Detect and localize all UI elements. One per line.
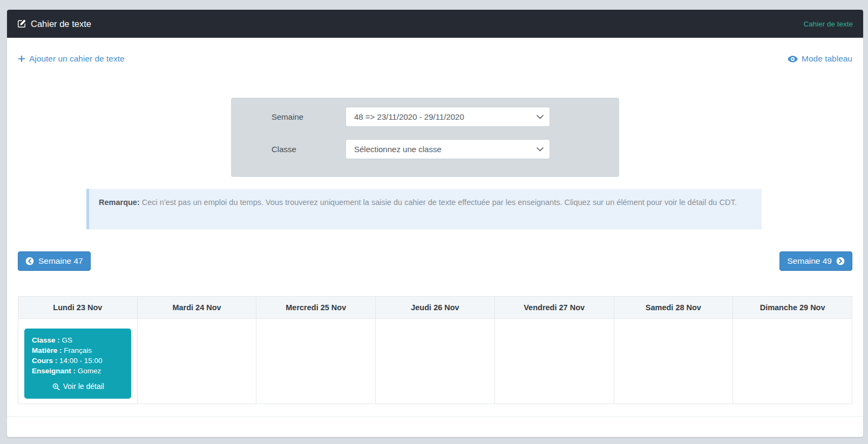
note-text: Ceci n'est pas un emploi du temps. Vous …	[140, 198, 737, 207]
day-cell-mercredi	[256, 319, 376, 404]
panel-header: Cahier de texte Cahier de texte	[7, 10, 863, 38]
view-detail-link[interactable]: Voir le détail	[32, 381, 125, 392]
day-header-row: Lundi 23 Nov Mardi 24 Nov Mercredi 25 No…	[18, 297, 852, 319]
chevron-circle-left-icon	[25, 257, 34, 265]
entry-matiere: Matière : Français	[32, 345, 125, 356]
class-label: Classe	[272, 145, 345, 154]
entry-cours-value: 14:00 - 15:00	[59, 357, 103, 365]
week-pager: Semaine 47 Semaine 49	[18, 251, 852, 271]
entry-cours-label: Cours :	[32, 357, 57, 365]
day-header-vendredi: Vendredi 27 Nov	[494, 297, 614, 319]
next-week-label: Semaine 49	[787, 256, 832, 266]
view-detail-label: Voir le détail	[63, 381, 104, 392]
panel-body: Ajouter un cahier de texte Mode tableau …	[7, 38, 863, 416]
entry-enseignant-label: Enseignant :	[32, 367, 76, 375]
table-mode-link[interactable]: Mode tableau	[788, 54, 852, 64]
cdt-entry-card[interactable]: Classe : GS Matière : Français Cours : 1…	[24, 329, 131, 399]
prev-week-label: Semaine 47	[38, 256, 83, 266]
panel-footer	[7, 416, 863, 437]
page-title: Cahier de texte	[17, 19, 91, 29]
edit-icon	[17, 19, 26, 28]
entry-cours: Cours : 14:00 - 15:00	[32, 356, 125, 366]
cahier-de-texte-panel: Cahier de texte Cahier de texte Ajouter …	[7, 10, 863, 437]
filter-box: Semaine 48 => 23/11/2020 - 29/11/2020 Cl…	[231, 98, 619, 177]
day-cell-dimanche	[733, 319, 852, 404]
calendar-row: Classe : GS Matière : Français Cours : 1…	[18, 319, 852, 404]
week-select[interactable]: 48 => 23/11/2020 - 29/11/2020	[345, 107, 550, 127]
add-cahier-label: Ajouter un cahier de texte	[29, 54, 125, 64]
toolbar: Ajouter un cahier de texte Mode tableau	[18, 53, 852, 65]
day-cell-mardi	[137, 319, 256, 404]
day-header-mercredi: Mercredi 25 Nov	[256, 297, 376, 319]
week-label: Semaine	[272, 112, 345, 121]
day-cell-samedi	[614, 319, 733, 404]
page-title-text: Cahier de texte	[31, 19, 91, 29]
eye-icon	[788, 56, 798, 63]
plus-icon	[18, 55, 25, 63]
entry-enseignant-value: Gomez	[78, 367, 101, 375]
week-calendar-table: Lundi 23 Nov Mardi 24 Nov Mercredi 25 No…	[18, 296, 852, 404]
add-cahier-link[interactable]: Ajouter un cahier de texte	[18, 54, 125, 64]
week-filter-row: Semaine 48 => 23/11/2020 - 29/11/2020	[272, 107, 619, 127]
entry-classe-label: Classe :	[32, 336, 60, 344]
day-header-samedi: Samedi 28 Nov	[614, 297, 733, 319]
entry-classe: Classe : GS	[32, 335, 125, 345]
day-cell-vendredi	[494, 319, 614, 404]
class-select[interactable]: Sélectionnez une classe	[345, 139, 550, 159]
note-label: Remarque:	[99, 198, 140, 207]
search-plus-icon	[52, 383, 60, 391]
entry-classe-value: GS	[62, 336, 73, 344]
day-header-dimanche: Dimanche 29 Nov	[733, 297, 852, 319]
breadcrumb[interactable]: Cahier de texte	[803, 20, 853, 28]
day-cell-jeudi	[376, 319, 495, 404]
note-box: Remarque: Ceci n'est pas un emploi du te…	[86, 189, 762, 229]
table-mode-label: Mode tableau	[802, 54, 852, 64]
day-cell-lundi: Classe : GS Matière : Français Cours : 1…	[18, 319, 138, 404]
day-header-lundi: Lundi 23 Nov	[18, 297, 138, 319]
day-header-mardi: Mardi 24 Nov	[137, 297, 256, 319]
next-week-button[interactable]: Semaine 49	[779, 251, 852, 271]
entry-matiere-value: Français	[64, 346, 92, 354]
entry-matiere-label: Matière :	[32, 346, 62, 354]
chevron-circle-right-icon	[836, 257, 845, 265]
prev-week-button[interactable]: Semaine 47	[18, 251, 91, 271]
entry-enseignant: Enseignant : Gomez	[32, 366, 125, 376]
class-filter-row: Classe Sélectionnez une classe	[272, 139, 619, 159]
day-header-jeudi: Jeudi 26 Nov	[376, 297, 495, 319]
